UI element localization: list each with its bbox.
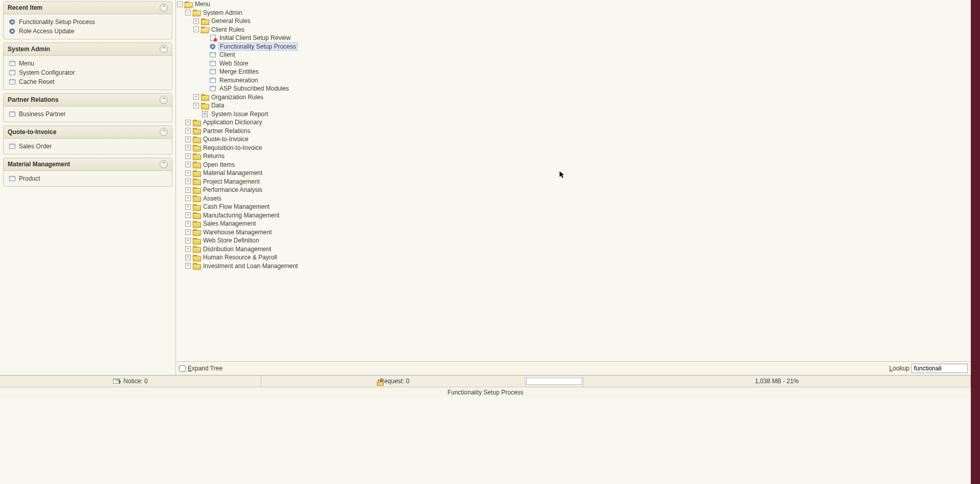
tree-expander-minus[interactable]: − xyxy=(177,2,183,7)
panel-item[interactable]: Product xyxy=(7,174,169,183)
tree-row[interactable]: Remuneration xyxy=(177,76,971,85)
tree-row[interactable]: +Returns xyxy=(177,152,971,161)
tree-expander-plus[interactable]: + xyxy=(185,137,191,142)
tree-expander-plus[interactable]: + xyxy=(185,238,191,244)
tree-expander-plus[interactable]: + xyxy=(185,179,191,184)
tree-row[interactable]: +Requisition-to-Invoice xyxy=(177,144,971,152)
tree-expander-minus[interactable]: − xyxy=(193,27,199,32)
tree-node-label: Human Resource & Payroll xyxy=(202,254,278,261)
folder-open-icon xyxy=(185,1,192,7)
panel-header[interactable]: Material Management⌃ xyxy=(4,158,172,171)
progress-bar xyxy=(526,378,582,385)
panel-item[interactable]: Menu xyxy=(7,59,169,68)
tree-expander-plus[interactable]: + xyxy=(193,18,199,24)
panel-item[interactable]: Sales Order xyxy=(7,142,169,151)
tree-expander-none xyxy=(193,111,199,117)
panel-item[interactable]: System Configurator xyxy=(7,68,169,77)
lookup-input[interactable] xyxy=(911,364,968,373)
collapse-icon[interactable]: ⌃ xyxy=(160,160,168,168)
tree-expander-plus[interactable]: + xyxy=(193,103,199,108)
expand-tree-checkbox[interactable] xyxy=(179,365,186,372)
tree-expander-plus[interactable]: + xyxy=(185,246,191,252)
tree-row[interactable]: Client xyxy=(177,51,971,59)
tree-row[interactable]: −System Admin xyxy=(177,9,971,17)
status-request[interactable]: Request: 0 xyxy=(261,376,525,387)
collapse-icon[interactable]: ⌃ xyxy=(160,45,168,53)
tree-row[interactable]: +Quote-to-Invoice xyxy=(177,135,971,144)
window-icon xyxy=(9,78,16,85)
collapse-icon[interactable]: ⌃ xyxy=(160,96,168,104)
tree-row[interactable]: +General Rules xyxy=(177,17,971,26)
tree-expander-minus[interactable]: − xyxy=(185,10,191,15)
tree-expander-plus[interactable]: + xyxy=(185,162,191,167)
tree-row[interactable]: +Project Management xyxy=(177,178,971,186)
status-notice[interactable]: Notice: 0 xyxy=(0,376,261,387)
tree-row[interactable]: ASP Subscribed Modules xyxy=(177,84,971,93)
panel-item[interactable]: Business Partner xyxy=(7,109,169,119)
tree-expander-none xyxy=(202,86,207,92)
folder-closed-icon xyxy=(193,254,200,260)
tree-expander-plus[interactable]: + xyxy=(185,170,191,176)
tree-row[interactable]: +Assets xyxy=(177,194,971,203)
tree-row[interactable]: +Cash Flow Management xyxy=(177,203,971,211)
tree-expander-plus[interactable]: + xyxy=(185,221,191,227)
tree-expander-plus[interactable]: + xyxy=(185,128,191,134)
tree-row[interactable]: +Material Management xyxy=(177,169,971,178)
tree-expander-plus[interactable]: + xyxy=(185,153,191,159)
collapse-icon[interactable]: ⌃ xyxy=(160,128,168,136)
panel-item-label: Functionality Setup Process xyxy=(19,18,95,26)
tree-row[interactable]: +Open Items xyxy=(177,161,971,169)
tree-node-label: Returns xyxy=(202,152,226,160)
tree-expander-plus[interactable]: + xyxy=(185,120,191,125)
tree-expander-plus[interactable]: + xyxy=(185,212,191,218)
panel-header[interactable]: Recent Item⌃ xyxy=(4,2,172,14)
folder-closed-icon xyxy=(193,237,200,244)
tree-expander-plus[interactable]: + xyxy=(185,145,191,150)
tree-row[interactable]: +Manufacturing Management xyxy=(177,211,971,220)
expand-tree-toggle[interactable]: Expand Tree xyxy=(179,365,222,372)
tree-row[interactable]: +Data xyxy=(177,101,971,110)
tree-row[interactable]: −Client Rules xyxy=(177,26,971,34)
panel-item[interactable]: Role Access Update xyxy=(7,27,169,36)
tree-row[interactable]: Initial Client Setup Review xyxy=(177,34,971,42)
tree-row[interactable]: +Organization Rules xyxy=(177,93,971,102)
tree-row[interactable]: +Application Dictionary xyxy=(177,118,971,127)
tree-row[interactable]: +Human Resource & Payroll xyxy=(177,253,971,262)
tree-node-label: Performance Analysis xyxy=(202,186,263,193)
tree-expander-plus[interactable]: + xyxy=(185,187,191,193)
panel-item[interactable]: Cache Reset xyxy=(7,77,169,86)
tree-expander-plus[interactable]: + xyxy=(185,195,191,201)
notice-label: Notice: 0 xyxy=(123,378,147,385)
panel-header[interactable]: Quote-to-Invoice⌃ xyxy=(4,126,172,139)
tree-row[interactable]: +Partner Relations xyxy=(177,127,971,136)
tree-row[interactable]: −Menu xyxy=(177,0,971,9)
tree-expander-plus[interactable]: + xyxy=(193,94,199,100)
tree-row[interactable]: Functionality Setup Process xyxy=(177,42,971,51)
tree-row[interactable]: +Web Store Definition xyxy=(177,236,971,245)
tree-expander-none xyxy=(202,52,207,58)
tree-expander-plus[interactable]: + xyxy=(185,204,191,210)
tree-expander-plus[interactable]: + xyxy=(185,263,191,269)
tree-row[interactable]: Merge Entities xyxy=(177,68,971,76)
panel-header[interactable]: Partner Relations⌃ xyxy=(4,94,172,106)
tree-node-label: Quote-to-Invoice xyxy=(202,136,250,143)
tree-row[interactable]: System Issue Report xyxy=(177,110,971,119)
tree-expander-plus[interactable]: + xyxy=(185,229,191,235)
tree-row[interactable]: +Warehouse Management xyxy=(177,228,971,237)
folder-closed-icon xyxy=(193,145,200,151)
panel-header[interactable]: System Admin⌃ xyxy=(4,43,172,56)
tree-expander-plus[interactable]: + xyxy=(185,255,191,260)
tree-row[interactable]: Web Store xyxy=(177,59,971,68)
tree-node-label: Sales Management xyxy=(202,220,257,227)
tree-row[interactable]: +Performance Analysis xyxy=(177,186,971,194)
folder-closed-icon xyxy=(193,212,200,218)
mini-title-bar: Functionality Setup Process xyxy=(0,387,971,398)
tree-node-label: System Admin xyxy=(202,9,243,16)
folder-open-icon xyxy=(201,27,208,33)
panel-item[interactable]: Functionality Setup Process xyxy=(7,17,169,27)
tree-scroll[interactable]: −Menu−System Admin+General Rules−Client … xyxy=(176,0,971,361)
tree-row[interactable]: +Distribution Management xyxy=(177,245,971,254)
tree-row[interactable]: +Sales Management xyxy=(177,219,971,228)
tree-row[interactable]: +Investment and Loan Management xyxy=(177,262,971,271)
collapse-icon[interactable]: ⌃ xyxy=(160,4,168,12)
